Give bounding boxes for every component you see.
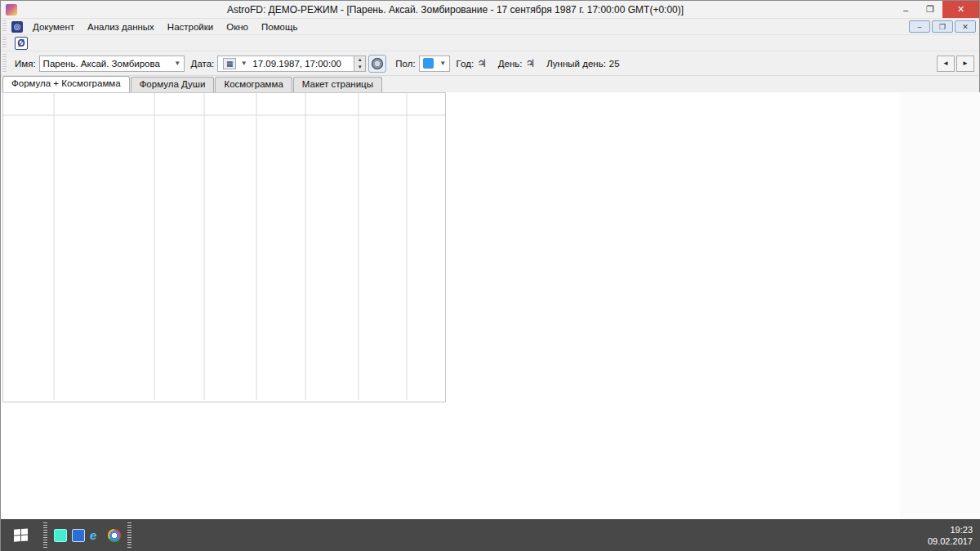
- lunar-day-label: Лунный день:: [546, 59, 606, 69]
- windows-logo-icon: [14, 528, 29, 542]
- menu-item-0[interactable]: Документ: [26, 22, 81, 32]
- prev-button[interactable]: ◄: [937, 56, 955, 72]
- nav-arrows: ◄ ►: [937, 56, 979, 72]
- clock-date: 09.02.2017: [924, 535, 973, 547]
- taskbar-clock[interactable]: 19:23 09.02.2017: [924, 524, 980, 547]
- formula-diagram: [3, 93, 445, 402]
- sex-glyph-icon: [423, 58, 434, 69]
- menu-item-2[interactable]: Настройки: [161, 22, 220, 32]
- name-value: Парень. Аксай. Зомбирова: [43, 59, 160, 69]
- quick-launch: e: [49, 529, 126, 542]
- sex-label: Пол:: [395, 59, 415, 69]
- name-label: Имя:: [15, 59, 36, 69]
- document-toolbar: Ø: [1, 35, 979, 51]
- formula-panel: [2, 92, 446, 402]
- tab-0[interactable]: Формула + Космограмма: [2, 76, 130, 92]
- chevron-down-icon: ▼: [172, 60, 184, 67]
- chrome-icon[interactable]: [108, 529, 121, 542]
- taskbar-grip: [43, 522, 47, 549]
- toolbar-grip: [2, 54, 7, 73]
- lunar-day-value: 25: [609, 59, 620, 69]
- windows-taskbar: e 19:23 09.02.2017: [1, 519, 980, 551]
- calendar-icon: ▦: [223, 58, 236, 69]
- toolbar-grip: [2, 20, 7, 33]
- window-title: AstroFD: ДЕМО-РЕЖИМ - [Парень. Аксай. Зо…: [17, 4, 893, 16]
- date-spinner[interactable]: ▲▼: [354, 56, 366, 72]
- app-icon: [6, 4, 17, 16]
- tab-1[interactable]: Формула Души: [131, 77, 215, 92]
- date-value: 17.09.1987, 17:00:00: [252, 59, 341, 69]
- restore-button[interactable]: ❐: [918, 1, 942, 18]
- clock-time: 19:23: [924, 524, 973, 535]
- show-desktop-icon[interactable]: [72, 529, 85, 542]
- quicklaunch-icon[interactable]: [54, 529, 67, 542]
- menu-item-4[interactable]: Помощь: [255, 22, 304, 32]
- menu-bar: ◎ ДокументАнализ данныхНастройкиОкноПомо…: [1, 19, 979, 35]
- menu-item-1[interactable]: Анализ данных: [81, 22, 161, 32]
- title-bar: AstroFD: ДЕМО-РЕЖИМ - [Парень. Аксай. Зо…: [1, 1, 979, 19]
- tab-3[interactable]: Макет страницы: [293, 77, 382, 92]
- ie-icon[interactable]: e: [90, 529, 103, 542]
- menu-items: ДокументАнализ данныхНастройкиОкноПомощь: [26, 22, 304, 32]
- taskbar-grip: [127, 522, 131, 549]
- close-button[interactable]: ✕: [942, 1, 979, 18]
- mdi-button-2[interactable]: ✕: [955, 20, 976, 33]
- menu-item-3[interactable]: Окно: [220, 22, 255, 32]
- mdi-button-0[interactable]: –: [909, 20, 930, 33]
- globe-icon: [372, 58, 383, 69]
- mdi-controls: –❐✕: [909, 20, 979, 33]
- chevron-down-icon: ▼: [437, 60, 449, 67]
- tab-2[interactable]: Космограмма: [215, 77, 292, 92]
- year-label: Год:: [457, 59, 474, 69]
- day-label: День:: [498, 59, 523, 69]
- cosmogram-panel: [466, 92, 899, 515]
- tab-bar: Формула + КосмограммаФормула ДушиКосмогр…: [1, 76, 979, 92]
- main-toolbar: Имя: Парень. Аксай. Зомбирова ▼ Дата: ▦ …: [1, 51, 979, 76]
- location-button[interactable]: [368, 55, 386, 73]
- name-combobox[interactable]: Парень. Аксай. Зомбирова ▼: [39, 56, 185, 72]
- stats-sidebar: [900, 92, 980, 519]
- sex-combobox[interactable]: ▼: [419, 56, 450, 72]
- minimize-button[interactable]: –: [893, 1, 918, 18]
- next-button[interactable]: ►: [956, 56, 974, 72]
- astrofd-window: AstroFD: ДЕМО-РЕЖИМ - [Парень. Аксай. Зо…: [0, 0, 980, 551]
- astrofd-doc-icon[interactable]: Ø: [15, 37, 28, 50]
- workspace: [1, 92, 980, 519]
- date-label: Дата:: [191, 59, 215, 69]
- year-planet-symbol: ♃: [477, 57, 487, 69]
- cosmogram-chart: [466, 92, 899, 515]
- toolbar-grip: [2, 37, 7, 49]
- start-button[interactable]: [1, 519, 42, 551]
- chevron-down-icon: ▼: [238, 60, 250, 67]
- date-combobox[interactable]: ▦ ▼ 17.09.1987, 17:00:00: [217, 56, 354, 72]
- mdi-button-1[interactable]: ❐: [932, 20, 953, 33]
- document-icon: ◎: [11, 21, 23, 33]
- day-planet-symbol: ♃: [526, 57, 536, 69]
